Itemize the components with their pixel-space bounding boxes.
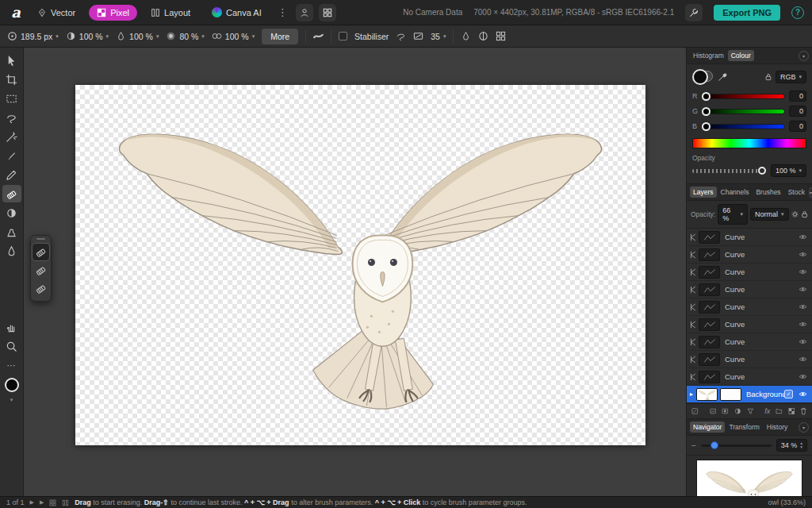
tool-dodge-brush[interactable] — [2, 204, 21, 221]
visibility-eye-icon[interactable] — [796, 373, 809, 380]
layer-thumbnail[interactable] — [699, 231, 720, 244]
spin-down-icon[interactable]: ▾ — [800, 445, 802, 449]
visibility-eye-icon[interactable] — [796, 356, 809, 363]
layer-row-background[interactable]: ▸ Background ✓ — [687, 386, 812, 403]
flyout-drag-handle[interactable] — [36, 238, 45, 240]
panel-collapse-icon[interactable]: ▾ — [809, 187, 812, 198]
snapping-button[interactable] — [496, 31, 506, 41]
layer-thumbnail[interactable] — [699, 336, 720, 348]
share-button[interactable] — [296, 4, 313, 21]
zoom-slider-knob[interactable] — [710, 441, 718, 449]
layer-row[interactable]: Curve — [687, 264, 812, 281]
tab-brushes[interactable]: Brushes — [753, 187, 783, 198]
add-mask-icon[interactable] — [722, 406, 729, 416]
layer-row[interactable]: Curve — [687, 333, 812, 351]
eyedropper-icon[interactable] — [718, 72, 727, 82]
tool-erase-brush[interactable] — [2, 185, 21, 202]
brush-width-control[interactable]: 189.5 px ▾ — [7, 31, 59, 41]
opacity-slider[interactable] — [692, 169, 766, 173]
lock-icon[interactable] — [764, 73, 772, 81]
opacity-value-select[interactable]: 100 % ▾ — [771, 164, 806, 177]
tab-transform[interactable]: Transform — [726, 421, 762, 433]
rope-stabiliser-button[interactable] — [396, 31, 406, 41]
layer-thumbnail[interactable] — [699, 266, 720, 279]
blue-slider[interactable] — [703, 124, 785, 129]
tool-vector-crop[interactable] — [2, 71, 21, 88]
visibility-eye-icon[interactable] — [796, 251, 809, 258]
layer-opacity-select[interactable]: 66 % ▾ — [718, 204, 748, 225]
tab-history[interactable]: History — [764, 421, 791, 433]
wet-edges-button[interactable] — [461, 31, 471, 41]
colour-wheel-selector[interactable] — [692, 69, 713, 85]
persona-tab-layout[interactable]: Layout — [143, 5, 198, 21]
layer-row[interactable]: Curve — [687, 298, 812, 316]
flyout-background-erase[interactable] — [33, 262, 49, 279]
layer-row[interactable]: Curve — [687, 246, 812, 264]
panel-collapse-icon[interactable]: ▾ — [799, 422, 809, 433]
tool-flood-selection[interactable] — [2, 128, 21, 145]
brush-flow-control[interactable]: 100 % ▾ — [116, 31, 159, 41]
pages-grid-icon[interactable] — [49, 499, 56, 506]
tab-stock[interactable]: Stock — [785, 187, 808, 198]
layer-thumbnail[interactable] — [699, 371, 720, 383]
last-page-icon[interactable]: ▶ — [40, 499, 44, 506]
lock-layer-icon[interactable] — [801, 210, 808, 218]
tool-marquee-selection[interactable] — [2, 90, 21, 107]
brush-spacing-control[interactable]: 100 % ▾ — [212, 31, 255, 41]
flyout-flood-erase[interactable] — [33, 280, 49, 297]
persona-tab-vector[interactable]: Vector — [29, 5, 83, 21]
canvas-viewport[interactable] — [24, 48, 686, 496]
panel-collapse-icon[interactable]: ▾ — [799, 51, 809, 61]
green-value[interactable]: 0 — [789, 106, 806, 117]
tool-blur-brush[interactable] — [2, 242, 21, 260]
toolbar-collapse-icon[interactable]: ▾ — [10, 397, 13, 403]
layer-row[interactable]: Curve — [687, 351, 812, 368]
tool-pixel-pencil[interactable] — [2, 166, 21, 183]
tool-zoom[interactable] — [2, 337, 21, 355]
tab-navigator[interactable]: Navigator — [690, 421, 725, 433]
zoom-value-stepper[interactable]: 34 % ▴▾ — [776, 439, 807, 452]
expand-arrow-icon[interactable]: ▸ — [687, 391, 696, 398]
tool-paint-brush[interactable] — [2, 147, 21, 164]
tab-colour[interactable]: Colour — [728, 50, 754, 61]
tool-freehand-selection[interactable] — [2, 109, 21, 126]
colour-mode-select[interactable]: RGB ▾ — [776, 71, 806, 83]
brush-opacity-control[interactable]: 100 % ▾ — [66, 31, 109, 41]
spread-view-icon[interactable] — [62, 499, 69, 506]
layer-thumbnail-artwork[interactable] — [696, 388, 718, 401]
visibility-eye-icon[interactable] — [796, 338, 809, 345]
colour-swatch[interactable] — [5, 378, 19, 392]
canva-apps-button[interactable] — [319, 4, 336, 21]
zoom-slider[interactable] — [701, 444, 772, 447]
brush-preview-button[interactable] — [313, 31, 324, 41]
export-png-button[interactable]: Export PNG — [714, 5, 780, 21]
primary-colour-well[interactable] — [692, 69, 708, 85]
group-layers-icon[interactable] — [776, 406, 783, 416]
toolbar-overflow-icon[interactable]: ⋮ — [275, 6, 290, 18]
add-pixel-layer-icon[interactable] — [710, 406, 717, 416]
more-button[interactable]: More — [262, 29, 298, 44]
layer-thumbnail[interactable] — [699, 301, 720, 314]
slider-knob[interactable] — [702, 122, 710, 131]
visibility-eye-icon[interactable] — [796, 321, 809, 328]
visibility-eye-icon[interactable] — [796, 268, 809, 275]
tool-view-hand[interactable] — [2, 318, 21, 336]
tool-clone-stamp[interactable] — [2, 223, 21, 241]
green-slider[interactable] — [703, 109, 785, 114]
blue-value[interactable]: 0 — [789, 121, 806, 132]
symmetry-button[interactable] — [478, 31, 488, 41]
tab-channels[interactable]: Channels — [718, 187, 753, 198]
slider-knob[interactable] — [758, 167, 766, 175]
document-page[interactable] — [75, 85, 645, 445]
red-value[interactable]: 0 — [789, 90, 806, 102]
visibility-eye-icon[interactable] — [796, 286, 809, 293]
layer-row[interactable]: Curve — [687, 281, 812, 298]
stabiliser-amount-control[interactable]: 35 ▾ — [431, 32, 446, 41]
colour-spectrum-bar[interactable] — [692, 138, 806, 148]
layer-effects-icon[interactable]: fx — [764, 407, 770, 415]
layer-row[interactable]: Curve — [687, 316, 812, 333]
tab-histogram[interactable]: Histogram — [690, 50, 727, 61]
next-page-icon[interactable]: ▶ — [30, 499, 34, 506]
edit-all-layers-icon[interactable] — [691, 406, 699, 416]
persona-tab-canva-ai[interactable]: Canva AI — [204, 4, 270, 21]
